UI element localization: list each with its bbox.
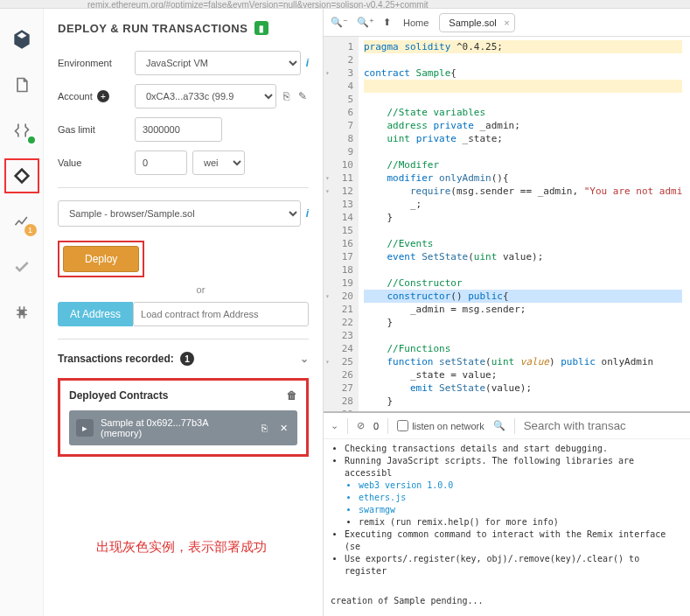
deploy-run-icon[interactable] (9, 163, 35, 189)
gas-label: Gas limit (58, 124, 129, 135)
terminal-toolbar: ⌄ ⊘ 0 listen on network 🔍 (324, 413, 690, 439)
chevron-down-icon[interactable]: ⌄ (300, 353, 309, 365)
code-content[interactable]: pragma solidity ^0.4.25; contract Sample… (359, 37, 687, 424)
search-icon[interactable]: 🔍 (493, 420, 505, 431)
contract-info-icon[interactable]: i (306, 207, 309, 220)
pending-count: 0 (373, 421, 379, 431)
active-badge: ▮ (254, 21, 268, 35)
environment-select[interactable]: JavaScript VM (135, 51, 301, 75)
zoom-in-icon[interactable]: 🔍⁺ (355, 15, 376, 30)
pending-text: creation of Sample pending... (331, 595, 683, 607)
deploy-run-panel: DEPLOY & RUN TRANSACTIONS ▮ Environment … (44, 9, 324, 616)
instance-name: Sample at 0x692...77b3A (memory) (101, 417, 252, 438)
terminal: ⌄ ⊘ 0 listen on network 🔍 Checking trans… (324, 411, 690, 616)
panel-title: DEPLOY & RUN TRANSACTIONS ▮ (58, 21, 309, 35)
terminal-search-input[interactable] (524, 419, 683, 432)
deploy-highlight: Deploy (58, 241, 144, 277)
env-label: Environment (58, 58, 129, 68)
contract-instance: ▸ Sample at 0x692...77b3A (memory) ⎘ ✕ (69, 410, 297, 445)
testing-icon[interactable] (9, 254, 35, 280)
deployed-title: Deployed Contracts (69, 389, 168, 402)
zoom-out-icon[interactable]: 🔍⁻ (329, 15, 350, 30)
edit-account-icon[interactable]: ✎ (296, 90, 309, 102)
close-instance-icon[interactable]: ✕ (277, 423, 290, 434)
plugin-icon[interactable] (9, 299, 35, 326)
deployed-contracts-box: Deployed Contracts 🗑 ▸ Sample at 0x692..… (58, 378, 309, 457)
transactions-recorded[interactable]: Transactions recorded: 1 ⌄ (58, 352, 309, 366)
file-explorer-icon[interactable] (9, 72, 35, 98)
line-gutter: 1234567891011121314151617181920212223242… (324, 37, 359, 424)
expand-instance-icon[interactable]: ▸ (76, 419, 94, 437)
account-label: Account + (58, 90, 129, 102)
remix-logo-icon[interactable] (9, 26, 35, 52)
annotation-text: 出现灰色实例，表示部署成功 (96, 539, 267, 556)
at-address-input[interactable] (133, 302, 309, 326)
gas-limit-input[interactable] (135, 117, 222, 142)
editor-tab[interactable]: Sample.sol× (439, 13, 514, 32)
upload-icon[interactable]: ⬆ (381, 15, 393, 30)
code-editor: 🔍⁻ 🔍⁺ ⬆ Home Sample.sol× 123456789101112… (324, 9, 690, 402)
icon-sidebar: 1 (0, 9, 44, 616)
contract-select[interactable]: Sample - browser/Sample.sol (58, 200, 301, 227)
at-address-button[interactable]: At Address (58, 302, 133, 326)
add-account-icon[interactable]: + (97, 90, 109, 102)
account-select[interactable]: 0xCA3...a733c (99.9 (135, 84, 276, 108)
env-info-icon[interactable]: i (306, 57, 309, 69)
value-unit-select[interactable]: wei (192, 150, 245, 175)
value-input[interactable] (135, 150, 187, 175)
compiler-icon[interactable] (9, 117, 35, 144)
terminal-output[interactable]: Checking transactions details and start … (324, 439, 690, 616)
trash-icon[interactable]: 🗑 (287, 389, 297, 402)
url-bar: remix.ethereum.org/#optimize=false&evmVe… (0, 0, 690, 9)
listen-checkbox[interactable]: listen on network (397, 420, 484, 431)
analysis-icon[interactable]: 1 (9, 208, 35, 234)
block-icon[interactable]: ⊘ (357, 420, 365, 431)
close-tab-icon[interactable]: × (504, 18, 509, 28)
value-label: Value (58, 158, 129, 168)
copy-instance-icon[interactable]: ⎘ (259, 423, 270, 433)
deploy-button[interactable]: Deploy (63, 246, 139, 272)
editor-toolbar: 🔍⁻ 🔍⁺ ⬆ Home Sample.sol× (324, 9, 690, 37)
or-text: or (93, 284, 309, 295)
home-button[interactable]: Home (398, 16, 434, 30)
terminal-toggle-icon[interactable]: ⌄ (331, 420, 338, 431)
copy-account-icon[interactable]: ⎘ (282, 90, 291, 102)
